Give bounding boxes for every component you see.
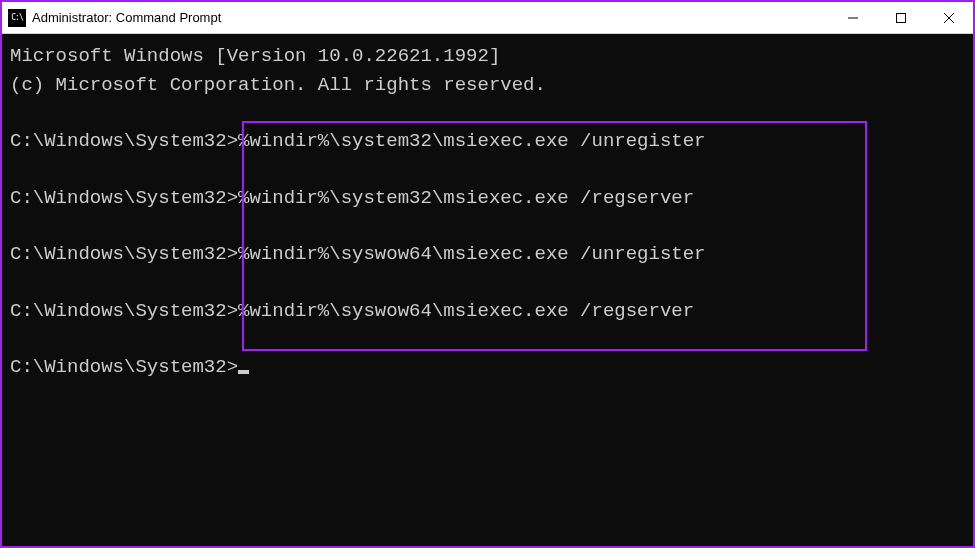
command-line: C:\Windows\System32>%windir%\system32\ms… — [10, 184, 965, 213]
current-prompt-line: C:\Windows\System32> — [10, 353, 965, 382]
window-title: Administrator: Command Prompt — [32, 10, 829, 25]
command-text: %windir%\system32\msiexec.exe /regserver — [238, 187, 694, 209]
command-line: C:\Windows\System32>%windir%\syswow64\ms… — [10, 297, 965, 326]
command-text: %windir%\syswow64\msiexec.exe /regserver — [238, 300, 694, 322]
prompt: C:\Windows\System32> — [10, 356, 238, 378]
prompt: C:\Windows\System32> — [10, 187, 238, 209]
command-text: %windir%\syswow64\msiexec.exe /unregiste… — [238, 243, 705, 265]
svg-rect-1 — [897, 13, 906, 22]
command-text: %windir%\system32\msiexec.exe /unregiste… — [238, 130, 705, 152]
prompt: C:\Windows\System32> — [10, 300, 238, 322]
titlebar[interactable]: Administrator: Command Prompt — [2, 2, 973, 34]
command-line: C:\Windows\System32>%windir%\system32\ms… — [10, 127, 965, 156]
window-frame: Administrator: Command Prompt Microsoft … — [0, 0, 975, 548]
close-button[interactable] — [925, 2, 973, 33]
window-controls — [829, 2, 973, 33]
prompt: C:\Windows\System32> — [10, 130, 238, 152]
cmd-icon — [8, 9, 26, 27]
minimize-button[interactable] — [829, 2, 877, 33]
version-line: Microsoft Windows [Version 10.0.22621.19… — [10, 42, 965, 71]
copyright-line: (c) Microsoft Corporation. All rights re… — [10, 71, 965, 100]
terminal-area[interactable]: Microsoft Windows [Version 10.0.22621.19… — [2, 34, 973, 546]
maximize-button[interactable] — [877, 2, 925, 33]
command-line: C:\Windows\System32>%windir%\syswow64\ms… — [10, 240, 965, 269]
prompt: C:\Windows\System32> — [10, 243, 238, 265]
cursor — [238, 370, 249, 374]
